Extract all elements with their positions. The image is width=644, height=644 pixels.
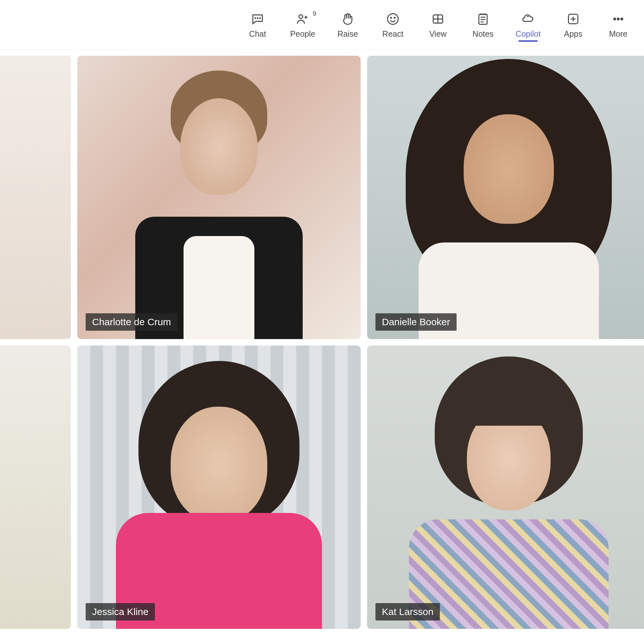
people-count-badge: 9 <box>313 10 316 17</box>
participant-tile-partial-2[interactable] <box>0 346 71 629</box>
view-label: View <box>429 29 447 39</box>
chat-label: Chat <box>249 29 266 39</box>
copilot-label: Copilot <box>516 29 541 39</box>
avatar-placeholder <box>457 390 560 426</box>
notes-button[interactable]: Notes <box>470 11 496 39</box>
participant-tile-danielle[interactable]: Danielle Booker <box>367 56 644 339</box>
apps-button[interactable]: Apps <box>560 11 586 39</box>
svg-point-2 <box>260 18 260 18</box>
people-button[interactable]: 9 People <box>290 11 316 39</box>
participant-name-tag: Charlotte de Crum <box>86 313 177 331</box>
more-icon <box>611 11 626 27</box>
chat-button[interactable]: Chat <box>245 11 270 39</box>
svg-point-0 <box>255 18 256 18</box>
svg-point-6 <box>394 17 395 18</box>
participant-tile-kat[interactable]: Kat Larsson <box>367 346 644 629</box>
more-label: More <box>609 29 628 39</box>
video-stage: Charlotte de Crum Danielle Booker Jessic… <box>0 50 644 644</box>
notes-label: Notes <box>472 29 493 39</box>
svg-point-4 <box>388 14 398 24</box>
avatar-placeholder <box>464 114 554 224</box>
raise-label: Raise <box>337 29 358 39</box>
svg-point-5 <box>391 17 392 18</box>
more-button[interactable]: More <box>605 11 631 39</box>
participant-tile-partial-1[interactable] <box>0 56 71 339</box>
react-label: React <box>382 29 403 39</box>
view-icon <box>430 11 446 27</box>
view-button[interactable]: View <box>425 11 451 39</box>
copilot-icon <box>520 11 536 27</box>
avatar-placeholder <box>184 236 254 339</box>
participant-tile-jessica[interactable]: Jessica Kline <box>77 346 361 629</box>
react-icon <box>385 11 401 27</box>
people-icon: 9 <box>295 11 310 27</box>
participant-name-tag: Kat Larsson <box>375 603 440 620</box>
avatar-placeholder <box>171 407 267 523</box>
copilot-button[interactable]: Copilot <box>515 11 541 39</box>
svg-point-1 <box>257 18 258 18</box>
apps-label: Apps <box>564 29 582 39</box>
video-grid: Charlotte de Crum Danielle Booker Jessic… <box>0 56 644 629</box>
svg-point-21 <box>617 18 619 20</box>
notes-icon <box>475 11 491 27</box>
meeting-toolbar: Chat 9 People Raise React <box>0 0 644 50</box>
react-button[interactable]: React <box>380 11 406 39</box>
raise-hand-icon <box>340 11 355 27</box>
meeting-window: Chat 9 People Raise React <box>0 0 644 644</box>
svg-point-22 <box>621 18 623 20</box>
raise-button[interactable]: Raise <box>335 11 361 39</box>
svg-point-20 <box>614 18 616 20</box>
participant-name-tag: Danielle Booker <box>375 313 457 331</box>
participant-name-tag: Jessica Kline <box>86 603 155 620</box>
participant-tile-charlotte[interactable]: Charlotte de Crum <box>77 56 361 339</box>
toolbar-items: Chat 9 People Raise React <box>245 11 631 39</box>
svg-point-3 <box>299 14 303 18</box>
people-label: People <box>290 29 315 39</box>
avatar-placeholder <box>180 98 258 195</box>
apps-icon <box>565 11 581 27</box>
chat-icon <box>250 11 265 27</box>
